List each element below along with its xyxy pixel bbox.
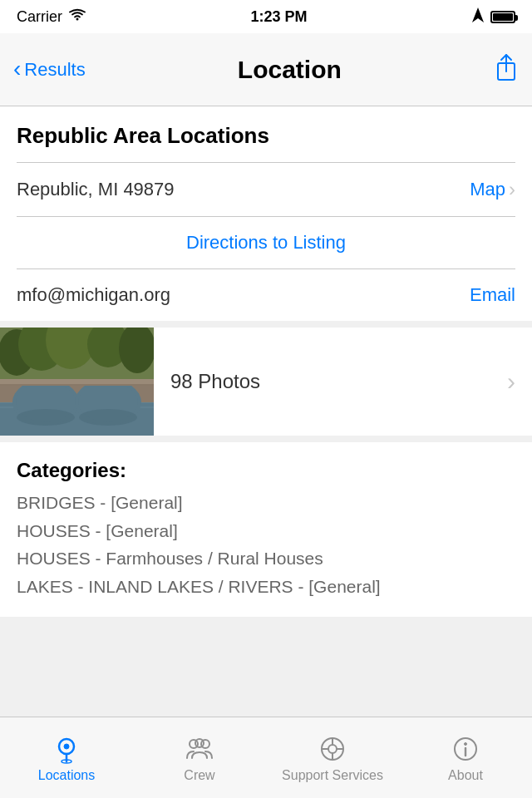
support-services-icon: [317, 733, 348, 765]
share-button[interactable]: [494, 53, 519, 86]
map-label: Map: [470, 179, 505, 200]
tab-about-label: About: [448, 768, 483, 783]
categories-title: Categories:: [17, 459, 515, 482]
tab-locations-label: Locations: [38, 768, 96, 783]
directions-button[interactable]: Directions to Listing: [186, 232, 346, 253]
svg-point-21: [64, 744, 69, 749]
photos-section[interactable]: 98 Photos ›: [0, 328, 532, 436]
about-icon: [450, 733, 481, 765]
directions-row: Directions to Listing: [0, 217, 532, 268]
email-text: mfo@michigan.org: [17, 284, 170, 306]
back-chevron-icon: ‹: [13, 57, 21, 81]
category-item: HOUSES - [General]: [17, 517, 515, 545]
tab-about[interactable]: About: [399, 733, 532, 783]
photos-count: 98 Photos: [170, 370, 260, 393]
address-text: Republic, MI 49879: [17, 179, 175, 200]
nav-bar: ‹ Results Location: [0, 33, 532, 106]
location-title: Republic Area Locations: [0, 106, 532, 162]
svg-point-19: [79, 409, 137, 426]
svg-point-35: [465, 742, 467, 745]
address-row: Republic, MI 49879 Map ›: [0, 163, 532, 216]
location-icon: [472, 7, 484, 27]
category-item: BRIDGES - [General]: [17, 489, 515, 517]
status-left: Carrier: [17, 8, 86, 26]
tab-crew-label: Crew: [184, 768, 214, 783]
back-label: Results: [24, 59, 85, 81]
tab-bar: Locations Crew Sup: [0, 717, 532, 798]
photos-chevron-icon: ›: [507, 367, 515, 396]
back-button[interactable]: ‹ Results: [13, 59, 86, 81]
map-chevron-icon: ›: [509, 178, 515, 201]
tab-support-services[interactable]: Support Services: [266, 733, 399, 783]
category-item: LAKES - INLAND LAKES / RIVERS - [General…: [17, 573, 515, 601]
svg-rect-17: [0, 384, 154, 386]
page-title: Location: [238, 56, 342, 84]
status-right: [472, 7, 515, 27]
status-bar: Carrier 1:23 PM: [0, 0, 532, 33]
categories-section: Categories: BRIDGES - [General] HOUSES -…: [0, 442, 532, 617]
location-section: Republic Area Locations Republic, MI 498…: [0, 106, 532, 321]
tab-crew[interactable]: Crew: [133, 733, 266, 783]
carrier-label: Carrier: [17, 8, 62, 26]
email-row: mfo@michigan.org Email: [0, 269, 532, 321]
svg-point-18: [17, 409, 75, 426]
categories-list: BRIDGES - [General] HOUSES - [General] H…: [17, 489, 515, 600]
category-item: HOUSES - Farmhouses / Rural Houses: [17, 544, 515, 573]
svg-point-28: [328, 745, 337, 753]
svg-marker-0: [472, 7, 484, 22]
locations-icon: [51, 733, 82, 765]
photo-info: 98 Photos ›: [154, 367, 532, 396]
email-button[interactable]: Email: [470, 284, 515, 306]
crew-icon: [184, 733, 215, 765]
tab-locations[interactable]: Locations: [0, 733, 133, 783]
map-button[interactable]: Map ›: [470, 178, 515, 201]
wifi-icon: [69, 8, 86, 26]
svg-point-26: [195, 739, 204, 747]
status-time: 1:23 PM: [250, 8, 307, 26]
tab-support-services-label: Support Services: [282, 768, 383, 783]
battery-icon: [490, 11, 515, 23]
photo-thumbnail: [0, 328, 154, 436]
